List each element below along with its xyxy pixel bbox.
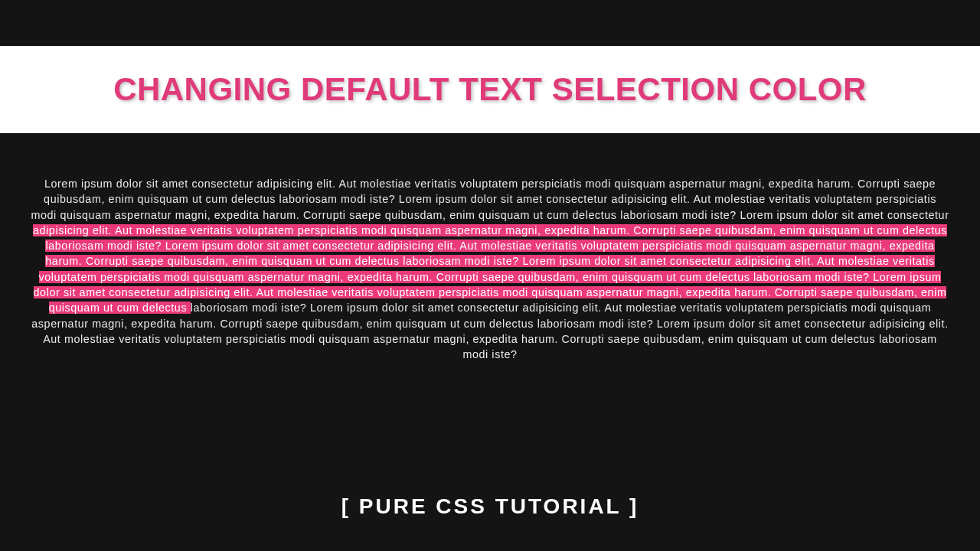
body-text-area[interactable]: Lorem ipsum dolor sit amet consectetur a… [0,133,980,363]
page-title: CHANGING DEFAULT TEXT SELECTION COLOR [113,71,867,108]
top-spacer [0,0,980,46]
selected-text[interactable]: adipisicing elit. Aut molestiae veritati… [33,224,947,314]
demo-paragraph[interactable]: Lorem ipsum dolor sit amet consectetur a… [31,176,949,363]
title-band: CHANGING DEFAULT TEXT SELECTION COLOR [0,46,980,133]
text-before-selection[interactable]: Lorem ipsum dolor sit amet consectetur a… [31,178,949,221]
footer-label: [ PURE CSS TUTORIAL ] [0,494,980,519]
